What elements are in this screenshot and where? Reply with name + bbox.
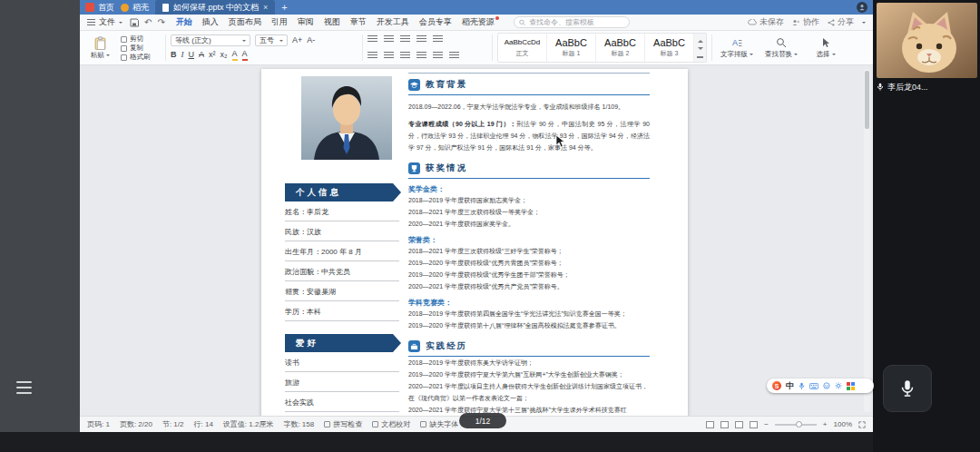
redo-icon[interactable]: ↷ [157,17,164,27]
italic-button[interactable]: I [181,50,184,60]
tab-docer-resources[interactable]: 稻壳资源 [462,16,499,28]
align-right-icon[interactable] [400,52,410,60]
view-mode-web-icon[interactable] [720,421,729,428]
more-styles-icon[interactable] [697,56,703,58]
course-scores: 专业课程成绩（90 分以上 19 门）：刑法学 90 分，中国法制史 95 分，… [408,118,650,153]
participant-video[interactable] [877,3,977,78]
bold-button[interactable]: B [171,50,177,60]
cut-button[interactable]: 剪切 [121,34,161,44]
missing-font-button[interactable]: 缺失字体 [420,419,458,429]
command-search-input[interactable] [529,18,624,26]
styles-gallery-scroll[interactable] [694,34,706,62]
share-button[interactable]: 分享 [828,16,854,28]
ime-keyboard-icon[interactable] [809,383,818,389]
underline-button[interactable]: U [189,50,195,60]
shrink-font-button[interactable]: A- [307,35,315,45]
document-workspace: 个人信息 姓名：李后龙 民族：汉族 出生年月：2000 年 8 月 政治面貌：中… [80,65,873,416]
paste-button[interactable]: 粘贴 [83,33,116,63]
account-avatar[interactable] [857,2,867,13]
ime-toolbar[interactable]: S 中 [767,378,874,393]
numbered-list-icon[interactable] [384,35,394,44]
line-spacing-icon[interactable] [433,52,443,60]
close-tab-icon[interactable]: × [263,3,268,12]
view-mode-page-icon[interactable] [706,421,714,428]
tab-developer[interactable]: 开发工具 [377,16,409,28]
resume-page[interactable]: 个人信息 姓名：李后龙 民族：汉族 出生年月：2000 年 8 月 政治面貌：中… [261,69,688,416]
zoom-in-button[interactable]: + [823,420,828,428]
decrease-indent-icon[interactable] [400,35,410,44]
spell-check-icon [324,421,330,427]
document-tab[interactable]: 如何保研.pptx 中的文档 × [155,0,275,15]
tab-member[interactable]: 会员专享 [419,16,452,28]
style-heading2[interactable]: AaBbC标题 2 [596,34,645,62]
font-name-select[interactable]: 等线 (正文) [171,34,250,46]
zoom-slider[interactable] [775,424,817,426]
hobby-banner: 爱好 [285,334,401,352]
scroll-down-icon[interactable] [698,47,703,53]
align-left-icon[interactable] [368,52,377,60]
select-label: 选择 [817,50,830,59]
tab-page-layout[interactable]: 页面布局 [229,16,261,28]
show-marks-icon[interactable] [433,35,443,44]
zoom-out-button[interactable]: − [764,420,769,428]
ime-settings-icon[interactable] [835,382,842,389]
style-heading1[interactable]: AaBbC标题 1 [547,34,596,62]
zoom-slider-knob[interactable] [796,421,802,427]
collapse-ribbon-icon[interactable] [862,22,866,25]
new-tab-button[interactable]: + [281,2,287,13]
grow-font-button[interactable]: A+ [292,35,302,45]
borders-icon[interactable] [449,52,459,60]
tab-review[interactable]: 审阅 [298,16,314,28]
ime-emoji-icon[interactable] [823,382,830,389]
status-word-count[interactable]: 字数: 158 [283,419,314,429]
find-replace-button[interactable]: 查找替换 [761,33,801,63]
select-cursor-icon [820,37,831,48]
ime-toolbox-icon[interactable] [847,382,855,390]
wps-menu-bar: 文件 ↶ ↷ 开始 插入 页面布局 引用 审阅 视图 章节 开发工具 会员专享 … [80,15,873,31]
increase-indent-icon[interactable] [416,35,426,44]
scroll-up-icon[interactable] [698,37,703,43]
collaborate-button[interactable]: 协作 [792,16,819,28]
view-mode-fullread-icon[interactable] [750,421,758,428]
proofread-toggle[interactable]: 文档校对 [372,419,410,429]
tab-home[interactable]: 开始 [176,16,192,28]
format-painter-button[interactable]: 格式刷 [121,53,161,62]
save-icon[interactable] [130,18,139,27]
ime-mic-icon[interactable] [799,382,805,390]
file-menu[interactable]: 文件 [87,16,122,28]
undo-icon[interactable]: ↶ [144,17,152,27]
resume-left-column: 个人信息 姓名：李后龙 民族：汉族 出生年月：2000 年 8 月 政治面貌：中… [285,69,401,412]
justify-icon[interactable] [416,52,426,60]
align-center-icon[interactable] [384,52,394,60]
view-mode-outline-icon[interactable] [735,421,743,428]
bullet-list-icon[interactable] [368,35,377,44]
meeting-menu-icon[interactable] [16,381,32,398]
tab-section[interactable]: 章节 [350,16,367,28]
zoom-value[interactable]: 100% [834,420,852,428]
superscript-button[interactable]: x² [209,50,216,60]
ime-logo-icon[interactable]: S [772,381,781,390]
command-search[interactable] [514,16,630,28]
docer-tab[interactable]: 稻壳 [121,2,149,14]
scrollbar-thumb[interactable] [865,71,869,129]
text-layout-button[interactable]: A 文字排版 [717,33,757,63]
tab-insert[interactable]: 插入 [202,16,219,28]
home-tab[interactable]: 首页 [85,2,114,14]
select-button[interactable]: 选择 [806,33,846,63]
font-size-select[interactable]: 五号 [255,34,288,46]
vertical-scrollbar[interactable] [864,69,870,412]
highlight-color-button[interactable]: A [232,49,238,61]
copy-button[interactable]: 复制 [121,44,161,53]
strikethrough-button[interactable]: A [199,50,204,60]
fullscreen-icon[interactable] [858,421,866,428]
subscript-button[interactable]: x₂ [220,50,228,60]
style-normal[interactable]: AaBbCcDd正文 [498,34,547,62]
tab-references[interactable]: 引用 [271,16,288,28]
ime-mode-toggle[interactable]: 中 [786,380,794,392]
style-heading3[interactable]: AaBbC标题 3 [645,34,694,62]
spell-check-toggle[interactable]: 拼写检查 [324,419,362,429]
clipboard-group: 剪切 复制 格式刷 [121,33,161,63]
tab-view[interactable]: 视图 [324,16,340,28]
font-color-button[interactable]: A [242,49,248,61]
meeting-mic-button[interactable] [883,365,932,412]
